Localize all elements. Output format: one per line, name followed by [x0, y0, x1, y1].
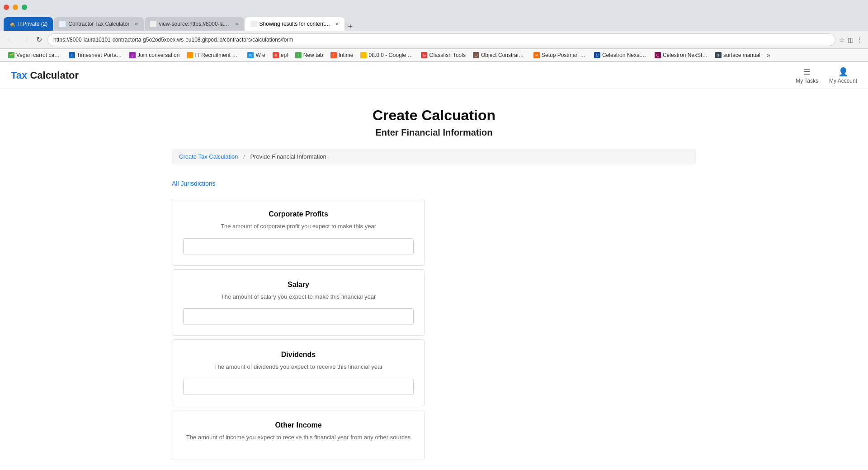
bookmark-celestron1[interactable]: C Celestron Nexstar E...: [591, 51, 650, 59]
breadcrumb: Create Tax Calculation / Provide Financi…: [172, 149, 696, 164]
bookmark-timesheet[interactable]: T Timesheet Portal –...: [66, 51, 125, 59]
dividends-desc: The amount of dividends you expect to re…: [183, 362, 414, 371]
window-controls: [4, 5, 27, 10]
salary-title: Salary: [183, 281, 414, 289]
bookmark-vegan[interactable]: 🌱 Vegan carrot cake r...: [5, 51, 64, 59]
header-actions: ☰ My Tasks 👤 My Account: [796, 67, 857, 84]
tab-viewsource[interactable]: view-source:https://8000-laura1... ✕: [145, 17, 244, 31]
tab-label-viewsource: view-source:https://8000-laura1...: [159, 21, 230, 27]
bookmark-favicon-object: O: [473, 52, 479, 58]
corporate-profits-title: Corporate Profits: [183, 210, 414, 218]
bookmark-favicon-epl: e: [273, 52, 279, 58]
bookmark-favicon-drive: [360, 52, 367, 58]
title-bar-left: [4, 5, 27, 10]
bookmark-celestron2[interactable]: C Celestron NexStar E...: [652, 51, 711, 59]
bookmark-favicon-celestron2: C: [655, 52, 661, 58]
tab-close-contractor[interactable]: ✕: [134, 21, 138, 27]
my-tasks-label: My Tasks: [796, 78, 818, 84]
bookmark-it[interactable]: IT Recruitment Plan...: [184, 51, 243, 59]
tab-close-showing[interactable]: ✕: [335, 21, 339, 27]
salary-card: Salary The amount of salary you expect t…: [172, 269, 425, 336]
bookmark-favicon-surface: s: [715, 52, 722, 58]
bookmark-postman[interactable]: P Setup Postman to c...: [531, 51, 590, 59]
address-bar: ← → ↻ ☆ ◫ ⋮: [0, 31, 868, 49]
bookmark-favicon-glassfish: G: [421, 52, 427, 58]
bookmark-favicon-it: [187, 52, 193, 58]
address-actions: ☆ ◫ ⋮: [839, 36, 863, 43]
bookmark-epl[interactable]: e epl: [270, 51, 291, 59]
tab-bar: 🕵 InPrivate (2) Contractor Tax Calculato…: [0, 14, 868, 31]
bookmark-favicon-we: W: [247, 52, 254, 58]
bookmark-label-postman: Setup Postman to c...: [542, 52, 587, 58]
forward-button[interactable]: →: [20, 35, 31, 45]
bookmark-label-epl: epl: [281, 52, 288, 58]
new-tab-button[interactable]: +: [345, 23, 356, 31]
bookmark-object-constraint[interactable]: O Object Constraint L...: [470, 51, 529, 59]
bookmark-label-it: IT Recruitment Plan...: [195, 52, 240, 58]
window-min-btn[interactable]: [13, 5, 18, 10]
bookmark-surface[interactable]: s surface manual: [712, 51, 763, 59]
title-bar: [0, 0, 868, 14]
tab-inprivate[interactable]: 🕵 InPrivate (2): [4, 17, 53, 31]
page-subtitle: Enter Financial Information: [172, 127, 696, 138]
breadcrumb-link[interactable]: Create Tax Calculation: [179, 153, 238, 160]
logo-calculator: Calculator: [27, 70, 79, 81]
bookmark-label-join: Join conversation: [137, 52, 179, 58]
bookmark-label-glassfish: Glassfish Tools: [429, 52, 465, 58]
bookmark-label-intime: Intime: [339, 52, 354, 58]
bookmark-favicon-postman: P: [533, 52, 540, 58]
star-icon[interactable]: ☆: [839, 36, 845, 43]
form-section: Corporate Profits The amount of corporat…: [172, 199, 425, 460]
bookmark-favicon-timesheet: T: [69, 52, 75, 58]
my-account-label: My Account: [829, 78, 857, 84]
bookmark-label-celestron2: Celestron NexStar E...: [663, 52, 708, 58]
back-button[interactable]: ←: [5, 35, 16, 45]
other-income-title: Other Income: [183, 421, 414, 429]
app-logo: Tax Calculator: [11, 70, 79, 81]
tab-label-contractor: Contractor Tax Calculator: [68, 21, 129, 27]
bookmark-label-we: W e: [255, 52, 265, 58]
page-title: Create Calcuation: [172, 107, 696, 124]
bookmark-join[interactable]: J Join conversation: [127, 51, 182, 59]
bookmark-we[interactable]: W W e: [245, 51, 268, 59]
bookmark-googledrive[interactable]: 08.0.0 - Google Drive: [358, 51, 416, 59]
bookmark-label-timesheet: Timesheet Portal –...: [77, 52, 122, 58]
bookmark-intime[interactable]: i Intime: [328, 51, 356, 59]
bookmark-glassfish[interactable]: G Glassfish Tools: [418, 51, 468, 59]
window-close-btn[interactable]: [4, 5, 9, 10]
all-jurisdictions-link[interactable]: All Jurisdictions: [172, 180, 215, 187]
tab-showing-results[interactable]: Showing results for contents of f... ✕: [245, 17, 344, 31]
bookmark-label-celestron1: Celestron Nexstar E...: [602, 52, 647, 58]
bookmark-label-newtab: New tab: [303, 52, 323, 58]
other-income-desc: The amount of income you expect to recei…: [183, 433, 414, 442]
corporate-profits-input[interactable]: [183, 238, 414, 254]
corporate-profits-desc: The amount of corporate profit you expec…: [183, 222, 414, 231]
tab-label-showing: Showing results for contents of f...: [259, 21, 330, 27]
corporate-profits-card: Corporate Profits The amount of corporat…: [172, 199, 425, 266]
app-header: Tax Calculator ☰ My Tasks 👤 My Account: [0, 62, 868, 89]
refresh-button[interactable]: ↻: [34, 34, 44, 45]
window-max-btn[interactable]: [22, 5, 27, 10]
dividends-input[interactable]: [183, 379, 414, 395]
bookmark-favicon-vegan: 🌱: [8, 52, 14, 58]
bookmark-favicon-newtab: +: [295, 52, 302, 58]
bookmarks-bar: 🌱 Vegan carrot cake r... T Timesheet Por…: [0, 49, 868, 61]
salary-input[interactable]: [183, 308, 414, 324]
jurisdictions-bar: All Jurisdictions: [172, 175, 696, 192]
bookmark-newtab[interactable]: + New tab: [292, 51, 326, 59]
address-input[interactable]: [47, 33, 835, 46]
account-icon: 👤: [838, 67, 848, 77]
dividends-title: Dividends: [183, 351, 414, 359]
my-tasks-action[interactable]: ☰ My Tasks: [796, 67, 818, 84]
tab-favicon-showing: [250, 21, 257, 27]
breadcrumb-separator: /: [243, 153, 245, 160]
tab-close-viewsource[interactable]: ✕: [235, 21, 239, 27]
my-account-action[interactable]: 👤 My Account: [829, 67, 857, 84]
extensions-icon[interactable]: ◫: [848, 36, 854, 43]
bookmarks-more-icon[interactable]: »: [767, 52, 770, 59]
bookmark-label-surface: surface manual: [723, 52, 760, 58]
settings-icon[interactable]: ⋮: [856, 36, 863, 43]
tab-favicon-viewsource: [150, 21, 156, 27]
tab-contractor[interactable]: Contractor Tax Calculator ✕: [54, 17, 143, 31]
logo-tax: Tax: [11, 70, 27, 81]
